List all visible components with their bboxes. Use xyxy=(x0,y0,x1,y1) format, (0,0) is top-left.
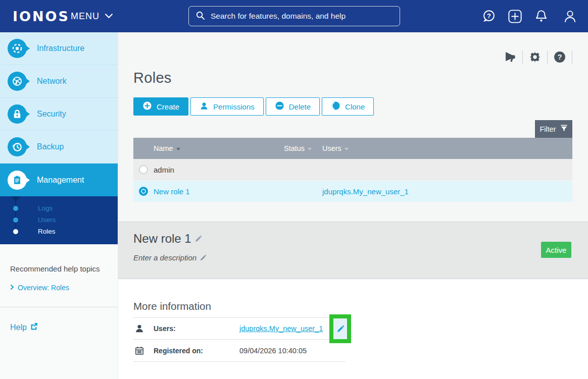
sort-caret-icon xyxy=(308,148,312,150)
network-icon xyxy=(8,72,27,91)
role-detail-panel: New role 1 Enter a description Active xyxy=(118,222,588,279)
table-row-admin[interactable]: admin xyxy=(133,159,572,181)
search-icon xyxy=(195,11,205,22)
status-badge[interactable]: Active xyxy=(541,242,571,258)
sidebar-item-label: Backup xyxy=(37,142,64,151)
help-question-icon[interactable]: ? xyxy=(548,51,572,63)
roles-section: ? Roles Create Permissions xyxy=(118,32,588,202)
edit-title-pencil-icon[interactable] xyxy=(195,236,202,242)
sidebar-item-management[interactable]: Management xyxy=(0,164,118,196)
menu-label: MENU xyxy=(71,11,100,22)
clone-button-label: Clone xyxy=(345,102,365,111)
sidebar-item-label: Network xyxy=(37,77,67,86)
role-name: New role 1 xyxy=(154,187,284,196)
funnel-icon xyxy=(560,124,568,134)
create-button-label: Create xyxy=(157,102,179,111)
main-content: ? Roles Create Permissions xyxy=(118,32,588,379)
filter-button-label: Filter xyxy=(540,125,556,133)
delete-button[interactable]: Delete xyxy=(266,97,320,116)
column-header-label: Status xyxy=(284,144,305,152)
settings-gear-icon[interactable] xyxy=(523,51,547,63)
registered-on-value: 09/04/2026 10:40:05 xyxy=(239,347,307,355)
more-information-table: Users: jduprqks.My_new_user_1 Registered… xyxy=(133,317,346,362)
sidebar: Infrastructure Network Security Backup M xyxy=(0,32,118,379)
circle-plus-icon xyxy=(142,101,152,112)
calendar-icon xyxy=(134,346,144,355)
announcements-megaphone-icon[interactable] xyxy=(497,51,522,63)
sidebar-item-network[interactable]: Network xyxy=(0,65,118,98)
account-icon[interactable] xyxy=(562,9,578,24)
user-icon xyxy=(134,324,144,333)
submenu-item-label: Roles xyxy=(38,228,56,235)
edit-description-pencil-icon[interactable] xyxy=(200,255,206,261)
info-label: Registered on: xyxy=(154,347,239,355)
submenu-item-label: Users xyxy=(38,216,56,224)
person-icon xyxy=(200,101,209,112)
menu-button[interactable]: MENU xyxy=(71,11,113,22)
help-topic-link-overview-roles[interactable]: Overview: Roles xyxy=(10,284,108,292)
page-action-icons: ? xyxy=(133,50,572,64)
bullet-icon xyxy=(13,229,18,234)
backup-history-icon xyxy=(8,137,27,156)
sort-caret-icon xyxy=(345,148,349,150)
column-header-label: Name xyxy=(154,144,173,152)
circle-minus-icon xyxy=(275,101,284,112)
management-submenu: Logs Users Roles xyxy=(0,196,118,244)
role-description-placeholder: Enter a description xyxy=(133,253,197,262)
table-row-new-role-1[interactable]: New role 1 jduprqks.My_new_user_1 xyxy=(133,181,572,202)
role-radio-selected[interactable] xyxy=(139,187,148,196)
submenu-item-label: Logs xyxy=(38,204,53,212)
sidebar-item-backup[interactable]: Backup xyxy=(0,131,118,164)
more-information-section: More information Users: jduprqks.My_new_… xyxy=(118,279,588,379)
highlight-box xyxy=(329,314,351,343)
bullet-icon xyxy=(13,206,18,211)
submenu-item-logs[interactable]: Logs xyxy=(0,202,118,214)
filter-button[interactable]: Filter xyxy=(535,120,572,138)
permissions-button-label: Permissions xyxy=(213,102,255,111)
permissions-button[interactable]: Permissions xyxy=(190,97,264,116)
svg-text:?: ? xyxy=(558,53,562,61)
search-input[interactable] xyxy=(211,12,393,21)
create-button[interactable]: Create xyxy=(133,97,188,116)
help-topics-title: Recommended help topics xyxy=(10,264,108,273)
clone-button[interactable]: Clone xyxy=(322,97,374,116)
sidebar-item-label: Infrastructure xyxy=(37,44,84,53)
page-title: Roles xyxy=(133,70,572,86)
global-search xyxy=(188,6,400,26)
ionos-logo: IONOS xyxy=(13,9,70,24)
column-header-name[interactable]: Name xyxy=(154,144,284,152)
add-panel-icon[interactable] xyxy=(507,9,523,24)
sidebar-item-label: Management xyxy=(37,176,84,185)
topbar-icons: ? xyxy=(481,0,578,32)
chevron-right-icon xyxy=(10,284,14,292)
external-link-icon xyxy=(30,322,38,332)
help-bubble-icon[interactable]: ? xyxy=(481,9,497,24)
icon-separator xyxy=(572,50,572,64)
role-radio[interactable] xyxy=(139,165,148,174)
help-link-label: Help xyxy=(10,323,27,332)
info-row-registered-on: Registered on: 09/04/2026 10:40:05 xyxy=(133,340,346,362)
help-link[interactable]: Help xyxy=(0,307,118,347)
sidebar-item-security[interactable]: Security xyxy=(0,98,118,131)
recommended-help-topics: Recommended help topics Overview: Roles xyxy=(0,244,118,307)
submenu-item-roles[interactable]: Roles xyxy=(0,226,118,237)
assigned-user-link[interactable]: jduprqks.My_new_user_1 xyxy=(239,324,323,333)
delete-button-label: Delete xyxy=(289,102,311,111)
column-header-label: Users xyxy=(322,144,341,152)
sidebar-lower: Recommended help topics Overview: Roles … xyxy=(0,244,118,379)
sidebar-item-infrastructure[interactable]: Infrastructure xyxy=(0,32,118,65)
submenu-item-users[interactable]: Users xyxy=(0,214,118,226)
role-users-link[interactable]: jduprqks.My_new_user_1 xyxy=(322,187,409,196)
pencil-icon xyxy=(337,326,344,333)
sidebar-item-label: Security xyxy=(37,110,66,119)
notifications-bell-icon[interactable] xyxy=(533,9,549,24)
bullet-icon xyxy=(13,218,18,223)
info-row-users: Users: jduprqks.My_new_user_1 xyxy=(133,317,346,340)
column-header-users[interactable]: Users xyxy=(322,144,572,152)
sort-caret-icon xyxy=(176,148,180,150)
role-detail-title: New role 1 xyxy=(133,232,191,246)
clipboard-icon xyxy=(8,171,27,190)
column-header-status[interactable]: Status xyxy=(284,144,322,152)
edit-users-pencil-button[interactable] xyxy=(333,318,347,339)
role-name: admin xyxy=(154,166,284,174)
